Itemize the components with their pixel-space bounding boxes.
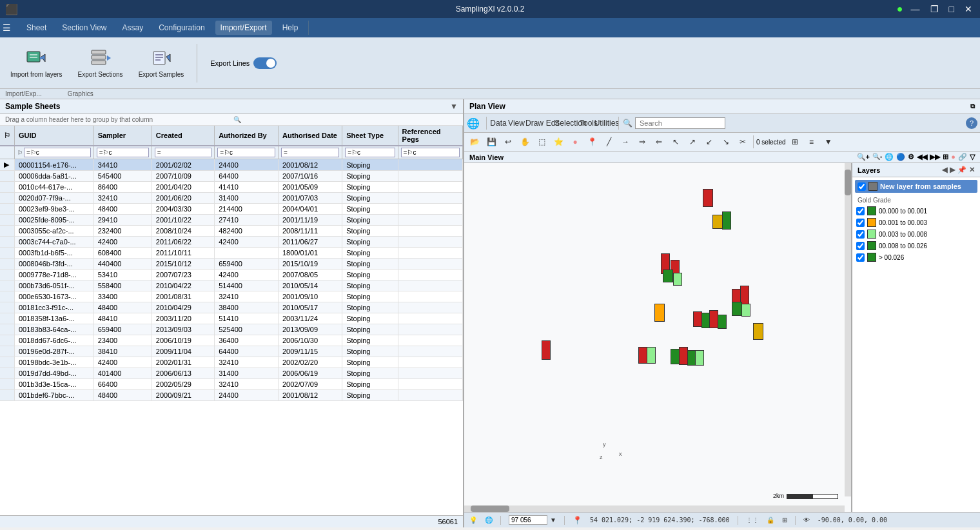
export-lines-switch[interactable]: [253, 57, 277, 69]
layer-checkbox-4[interactable]: [856, 253, 865, 262]
layer-checkbox-2[interactable]: [856, 230, 865, 239]
col-authorized-by[interactable]: Authorized By: [215, 126, 279, 146]
panel-close-button[interactable]: ▼: [450, 102, 458, 111]
zoom-input[interactable]: [509, 515, 547, 525]
arrow-icon[interactable]: →: [618, 134, 633, 150]
col-guid[interactable]: GUID: [15, 126, 94, 146]
created-filter-input[interactable]: [155, 148, 211, 157]
export-lines-toggle[interactable]: Export Lines: [210, 57, 277, 69]
cursor2-icon[interactable]: ↗: [685, 134, 700, 150]
app-menu-icon[interactable]: ☰: [3, 23, 11, 33]
arrow2-icon[interactable]: ⇒: [634, 134, 650, 150]
col-sampler[interactable]: Sampler: [93, 126, 152, 146]
main-layer-checkbox[interactable]: [858, 182, 866, 191]
menu-import-export[interactable]: Import/Export: [215, 21, 272, 35]
forward-btn[interactable]: ▶▶: [930, 153, 940, 161]
data-tab[interactable]: Data: [491, 115, 506, 131]
table-row[interactable]: 0018dd67-6dc6-... 23400 2006/10/19 36400…: [0, 335, 463, 346]
rotate-icon[interactable]: ↩: [500, 134, 516, 150]
filter-sampler[interactable]: [93, 146, 152, 159]
layers-pin-btn[interactable]: 📌: [957, 166, 966, 174]
filter-created[interactable]: [152, 146, 214, 159]
folder-icon[interactable]: 📂: [467, 134, 482, 150]
pegs-filter-input[interactable]: [401, 148, 460, 157]
layer-checkbox-3[interactable]: [856, 242, 865, 250]
light-icon[interactable]: 💡: [469, 516, 477, 524]
layer-item-3[interactable]: 00.008 to 00.026: [855, 240, 977, 251]
pan-btn[interactable]: 🌐: [885, 153, 894, 161]
table-row[interactable]: 0018358f-13a6-... 48410 2003/11/20 51410…: [0, 313, 463, 324]
restore-button[interactable]: ❐: [928, 4, 941, 14]
cursor4-icon[interactable]: ↘: [718, 134, 734, 150]
orange-icon[interactable]: ●: [567, 134, 583, 150]
more-icon[interactable]: ▼: [821, 134, 836, 150]
sampler-filter-input[interactable]: [97, 148, 149, 157]
table-row[interactable]: 000b73d6-051f-... 558400 2010/04/22 5144…: [0, 280, 463, 291]
col-authorised-date[interactable]: Authorised Date: [278, 126, 342, 146]
table-row[interactable]: 00181cc3-f91c-... 48400 2010/04/29 38400…: [0, 302, 463, 313]
main-layer-item[interactable]: New layer from samples: [855, 180, 977, 193]
menu-configuration[interactable]: Configuration: [153, 21, 210, 35]
link-btn[interactable]: 🔗: [958, 153, 967, 161]
help-button[interactable]: ?: [966, 117, 977, 129]
layer-checkbox-1[interactable]: [856, 219, 865, 227]
filter-authorised-date[interactable]: [278, 146, 342, 159]
table-row[interactable]: 0008046b-f3fd-... 440400 2015/10/12 6594…: [0, 259, 463, 270]
grid-btn[interactable]: ⊞: [943, 153, 948, 161]
filter-authorized-by[interactable]: [215, 146, 279, 159]
table-row[interactable]: 000e6530-1673-... 33400 2001/08/31 32410…: [0, 291, 463, 302]
cursor-icon[interactable]: ↖: [668, 134, 683, 150]
layer-item-2[interactable]: 00.003 to 00.008: [855, 228, 977, 240]
minimize-button[interactable]: —: [908, 4, 923, 14]
menu-section-view[interactable]: Section View: [57, 21, 112, 35]
back-btn[interactable]: ◀◀: [917, 153, 927, 161]
filter-btn[interactable]: ▽: [970, 153, 975, 161]
table-row[interactable]: 0003fb1d-b6f5-... 608400 2011/10/11 1800…: [0, 248, 463, 259]
zoom-out-btn[interactable]: 🔍-: [872, 153, 882, 161]
layers-prev-btn[interactable]: ◀: [942, 166, 947, 174]
layer-checkbox-0[interactable]: [856, 207, 865, 215]
pin-icon[interactable]: 📍: [584, 134, 600, 150]
search-icon[interactable]: 🔍: [233, 116, 458, 123]
list-icon[interactable]: ≡: [804, 134, 819, 150]
guid-filter-input[interactable]: [24, 148, 91, 157]
col-created[interactable]: Created: [152, 126, 214, 146]
arrow3-icon[interactable]: ⇐: [651, 134, 667, 150]
selection-tab[interactable]: Selection: [563, 115, 578, 131]
col-referenced-pegs[interactable]: Referenced Pegs: [398, 126, 462, 146]
magnify-btn[interactable]: 🔵: [896, 153, 905, 161]
table-row[interactable]: 001b3d3e-15ca-... 66400 2002/05/29 32410…: [0, 379, 463, 390]
table-row[interactable]: 0010c44-617e-... 86400 2001/04/20 41410 …: [0, 182, 463, 193]
view-tab[interactable]: View: [509, 115, 524, 131]
vertical-scrollbar[interactable]: [845, 163, 851, 496]
table-row[interactable]: 0020d07-7f9a-... 32410 2001/06/20 31400 …: [0, 193, 463, 204]
globe-status-icon[interactable]: 🌐: [485, 516, 493, 524]
filter-pegs[interactable]: [398, 146, 462, 159]
layer-item-1[interactable]: 00.001 to 00.003: [855, 217, 977, 228]
save-icon[interactable]: 💾: [484, 134, 499, 150]
filter-sheet-type[interactable]: [342, 146, 398, 159]
line-icon[interactable]: ╱: [601, 134, 616, 150]
table-row[interactable]: 00025fde-8095-... 29410 2001/10/22 27410…: [0, 215, 463, 226]
menu-help[interactable]: Help: [277, 21, 304, 35]
table-row[interactable]: 00196e0d-287f-... 38410 2009/11/04 64400…: [0, 346, 463, 357]
table-row[interactable]: ▶ 00001154-e176-... 34410 2001/02/02 244…: [0, 159, 463, 171]
layers-close-btn[interactable]: ✕: [969, 166, 975, 174]
menu-assay[interactable]: Assay: [117, 21, 149, 35]
delete-icon[interactable]: ✂: [735, 134, 750, 150]
authorized-by-filter-input[interactable]: [217, 148, 275, 157]
table-row[interactable]: 0003c744-c7a0-... 42400 2011/06/22 42400…: [0, 237, 463, 248]
table-row[interactable]: 0009778e-71d8-... 53410 2007/07/23 42400…: [0, 270, 463, 280]
authorised-date-filter-input[interactable]: [281, 148, 339, 157]
layer-item-0[interactable]: 00.000 to 00.001: [855, 205, 977, 217]
lock-icon[interactable]: 🔒: [767, 516, 774, 524]
table-row[interactable]: 00006dda-5a81-... 545400 2007/10/09 6440…: [0, 171, 463, 182]
select-icon[interactable]: ⬚: [534, 134, 549, 150]
col-sheet-type[interactable]: Sheet Type: [342, 126, 398, 146]
utilities-tab[interactable]: Utilities: [599, 115, 614, 131]
layer-item-4[interactable]: > 00.026: [855, 251, 977, 263]
sheet-type-filter-input[interactable]: [345, 148, 395, 157]
plan-search-input[interactable]: [635, 117, 725, 129]
zoom-in-btn[interactable]: 🔍+: [857, 153, 870, 161]
draw-tab[interactable]: Draw: [527, 115, 542, 131]
